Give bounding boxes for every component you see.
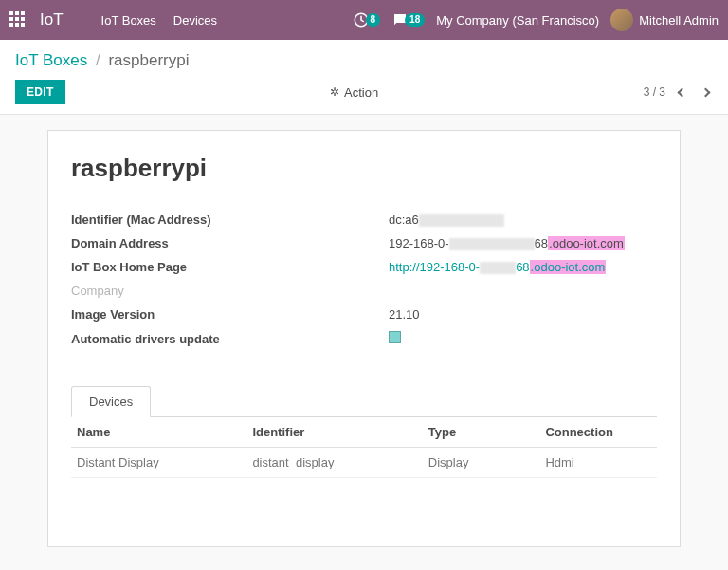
col-type[interactable]: Type	[423, 417, 540, 448]
user-name: Mitchell Admin	[639, 13, 719, 28]
pager-next[interactable]	[699, 82, 713, 102]
edit-button[interactable]: EDIT	[15, 80, 65, 104]
table-row[interactable]: Distant Display distant_display Display …	[71, 448, 657, 478]
redacted	[419, 214, 504, 227]
label-auto-drivers: Automatic drivers update	[71, 332, 389, 346]
label-identifier: Identifier (Mac Address)	[71, 212, 389, 227]
control-panel: IoT Boxes / raspberrypi EDIT ✲ Action 3 …	[0, 40, 728, 115]
action-label: Action	[344, 85, 378, 100]
label-homepage: IoT Box Home Page	[71, 260, 389, 274]
pager: 3 / 3	[644, 82, 713, 102]
nav-devices[interactable]: Devices	[173, 13, 217, 28]
activity-button[interactable]: 8	[353, 11, 381, 28]
checkbox-checked-icon[interactable]	[389, 331, 401, 343]
pager-prev[interactable]	[675, 82, 689, 102]
breadcrumb-current: raspberrypi	[108, 51, 189, 69]
highlight: .odoo-iot.com	[530, 260, 607, 274]
redacted	[449, 238, 535, 250]
label-domain: Domain Address	[71, 236, 389, 250]
table-header-row: Name Identifier Type Connection	[71, 417, 657, 448]
record-title: raspberrypi	[71, 154, 657, 183]
redacted	[480, 262, 516, 274]
apps-icon[interactable]	[9, 11, 27, 28]
messaging-badge: 18	[405, 13, 425, 27]
navbar: IoT IoT Boxes Devices 8 18 My Company (S…	[0, 0, 728, 40]
highlight: .odoo-iot.com	[548, 236, 625, 250]
breadcrumb-parent[interactable]: IoT Boxes	[15, 51, 87, 69]
brand[interactable]: IoT	[40, 10, 64, 29]
tabs: Devices	[71, 385, 657, 417]
field-domain: Domain Address 192-168-0-68.odoo-iot.com	[71, 231, 657, 255]
value-auto-drivers	[389, 331, 401, 346]
gear-icon: ✲	[330, 85, 339, 99]
nav-iot-boxes[interactable]: IoT Boxes	[101, 13, 156, 28]
field-company: Company	[71, 279, 657, 303]
value-image-version: 21.10	[389, 307, 420, 322]
cell-name: Distant Display	[71, 448, 246, 478]
label-image-version: Image Version	[71, 307, 389, 322]
label-company: Company	[71, 284, 389, 298]
activity-badge: 8	[366, 13, 381, 27]
chevron-left-icon	[678, 88, 687, 98]
cell-type: Display	[423, 448, 540, 478]
messaging-button[interactable]: 18	[391, 11, 425, 28]
value-domain: 192-168-0-68.odoo-iot.com	[389, 236, 625, 250]
col-name[interactable]: Name	[71, 417, 246, 448]
form-sheet: raspberrypi Identifier (Mac Address) dc:…	[47, 130, 681, 547]
avatar	[610, 9, 633, 31]
action-menu[interactable]: ✲ Action	[330, 85, 378, 100]
field-auto-drivers: Automatic drivers update	[71, 326, 657, 351]
field-homepage: IoT Box Home Page http://192-168-0-68.od…	[71, 255, 657, 279]
breadcrumb: IoT Boxes / raspberrypi	[15, 51, 713, 70]
pager-count: 3 / 3	[644, 85, 665, 99]
col-connection[interactable]: Connection	[539, 417, 657, 448]
value-homepage[interactable]: http://192-168-0-68.odoo-iot.com	[389, 260, 606, 274]
field-image-version: Image Version 21.10	[71, 303, 657, 326]
chevron-right-icon	[701, 88, 711, 98]
cell-identifier: distant_display	[246, 448, 422, 478]
col-identifier[interactable]: Identifier	[246, 417, 422, 448]
company-switcher[interactable]: My Company (San Francisco)	[436, 13, 599, 28]
devices-table: Name Identifier Type Connection Distant …	[71, 417, 657, 478]
breadcrumb-sep: /	[96, 51, 100, 69]
field-identifier: Identifier (Mac Address) dc:a6	[71, 208, 657, 231]
tab-devices[interactable]: Devices	[71, 386, 151, 417]
user-menu[interactable]: Mitchell Admin	[610, 9, 719, 31]
value-identifier: dc:a6	[389, 212, 504, 227]
cell-connection: Hdmi	[539, 448, 657, 478]
